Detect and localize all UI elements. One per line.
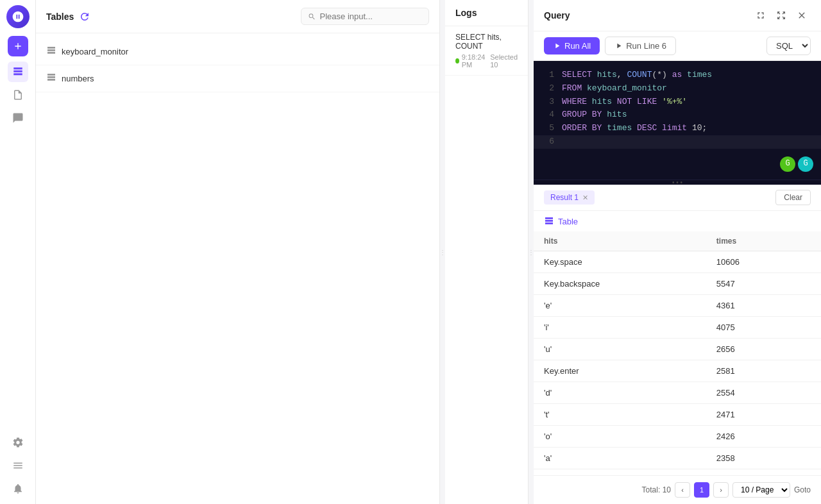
ai-icons: G G	[780, 156, 813, 172]
code-line-1: 1 SELECT hits, COUNT(*) as times	[544, 69, 811, 82]
log-selected: Selected 10	[490, 53, 518, 69]
cell-hits: Key.backspace	[534, 273, 706, 295]
cell-times: 2656	[706, 339, 821, 360]
prev-page-button[interactable]: ‹	[675, 482, 690, 498]
tables-header: Tables	[36, 0, 439, 33]
query-toolbar: Run All Run Line 6 SQL	[534, 31, 821, 61]
run-line-label: Run Line 6	[626, 41, 666, 51]
table-row[interactable]: Key.space10606	[534, 251, 821, 273]
table-row[interactable]: 'i'4075	[534, 317, 821, 339]
next-page-button[interactable]: ›	[713, 482, 729, 498]
settings-icon-btn[interactable]	[8, 432, 28, 453]
table-row[interactable]: 'u'2656	[534, 339, 821, 360]
table-row-icon	[46, 72, 56, 85]
cell-times: 2554	[706, 382, 821, 404]
resize-bar[interactable]: • • •	[534, 180, 821, 185]
run-all-label: Run All	[564, 41, 591, 51]
code-line-6: 6	[534, 135, 821, 149]
run-all-button[interactable]: Run All	[544, 37, 600, 55]
clear-button[interactable]: Clear	[775, 190, 811, 205]
col-header-times: times	[706, 231, 821, 251]
sidebar-item-chat[interactable]	[8, 108, 28, 128]
close-button[interactable]	[793, 6, 811, 24]
table-row[interactable]: 't'2471	[534, 404, 821, 426]
table-row-name: keyboard_monitor	[62, 47, 375, 56]
page-1-button[interactable]: 1	[694, 482, 709, 498]
log-item[interactable]: SELECT hits, COUNT 9:18:24 PM Selected 1…	[445, 26, 528, 76]
table-row[interactable]: Key.backspace5547	[534, 273, 821, 295]
code-line-5: 5 ORDER BY times DESC limit 10;	[544, 122, 811, 135]
log-text: SELECT hits, COUNT	[455, 33, 518, 51]
cell-hits: Key.enter	[534, 360, 706, 382]
search-box	[301, 8, 429, 25]
pagination: Total: 10 ‹ 1 › 10 / Page 20 / Page 50 /…	[534, 475, 821, 504]
cell-times: 4361	[706, 295, 821, 317]
table-row[interactable]: keyboard_monitor	[36, 38, 439, 65]
fullscreen-button[interactable]	[752, 6, 770, 24]
bell-icon-btn[interactable]	[8, 478, 28, 499]
table-row-name: numbers	[62, 74, 375, 83]
code-editor[interactable]: 1 SELECT hits, COUNT(*) as times 2 FROM …	[534, 61, 821, 180]
log-time: 9:18:24 PM	[462, 53, 487, 69]
data-table-scroll[interactable]: hits times Key.space10606Key.backspace55…	[534, 231, 821, 475]
table-row[interactable]: 'e'4361	[534, 295, 821, 317]
table-row[interactable]: 'd'2554	[534, 382, 821, 404]
cell-times: 2471	[706, 404, 821, 426]
per-page-select[interactable]: 10 / Page 20 / Page 50 / Page	[732, 482, 790, 498]
col-header-hits: hits	[534, 231, 706, 251]
table-list: keyboard_monitor	[36, 33, 439, 97]
cell-hits: Key.space	[534, 251, 706, 273]
sidebar-item-query[interactable]	[8, 85, 28, 105]
table-row[interactable]: 'o'2426	[534, 426, 821, 448]
table-icon	[544, 216, 554, 226]
search-input[interactable]	[320, 12, 422, 21]
code-line-2: 2 FROM keyboard_monitor	[544, 82, 811, 96]
table-row[interactable]: Key.enter2581	[534, 360, 821, 382]
info-button[interactable]	[389, 72, 401, 85]
structure-button[interactable]	[375, 45, 387, 58]
result-tab-close[interactable]: ✕	[582, 194, 588, 202]
cell-times: 2358	[706, 448, 821, 469]
table-row[interactable]: 'a'2358	[534, 448, 821, 469]
copy-button[interactable]	[418, 45, 429, 58]
menu-icon-btn[interactable]	[8, 455, 28, 476]
cell-hits: 'd'	[534, 382, 706, 404]
query-panel: Query Run All	[534, 0, 821, 504]
cell-hits: 'o'	[534, 426, 706, 448]
search-icon	[308, 12, 316, 21]
sidebar-item-tables[interactable]	[8, 62, 28, 82]
cell-hits: 'a'	[534, 448, 706, 469]
copy-button[interactable]	[418, 72, 429, 85]
goto-label: Goto	[794, 485, 811, 494]
query-title: Query	[544, 10, 747, 21]
refresh-icon[interactable]	[79, 11, 90, 22]
table-row[interactable]: numbers	[36, 65, 439, 92]
structure-button[interactable]	[375, 72, 387, 85]
tables-panel: Tables keyboard_monitor	[36, 0, 440, 504]
add-button[interactable]	[8, 36, 28, 56]
info-button[interactable]	[389, 45, 401, 58]
result-tab-label: Result 1	[550, 193, 579, 202]
table-section-header: Table	[534, 211, 821, 231]
export-button[interactable]	[403, 72, 415, 85]
drag-handle-tables-logs[interactable]: ⋮	[440, 0, 445, 504]
result-tab-1[interactable]: Result 1 ✕	[544, 190, 595, 205]
cell-hits: 't'	[534, 404, 706, 426]
code-line-3: 3 WHERE hits NOT LIKE '%+%'	[544, 96, 811, 109]
run-line-button[interactable]: Run Line 6	[605, 37, 676, 55]
drag-handle-logs-query[interactable]: ⋮	[529, 0, 534, 504]
cell-hits: 'e'	[534, 295, 706, 317]
app-logo	[6, 5, 30, 28]
ai-icon-teal[interactable]: G	[798, 156, 813, 172]
log-status-indicator	[455, 58, 459, 63]
query-header-actions	[752, 6, 811, 24]
export-button[interactable]	[403, 45, 415, 58]
cell-hits: 'i'	[534, 317, 706, 339]
sql-mode-select[interactable]: SQL	[766, 37, 811, 55]
sidebar	[0, 0, 36, 504]
ai-icon-green[interactable]: G	[780, 156, 795, 172]
query-header: Query	[534, 0, 821, 31]
expand-button[interactable]	[772, 6, 790, 24]
cell-times: 10606	[706, 251, 821, 273]
cell-times: 2581	[706, 360, 821, 382]
